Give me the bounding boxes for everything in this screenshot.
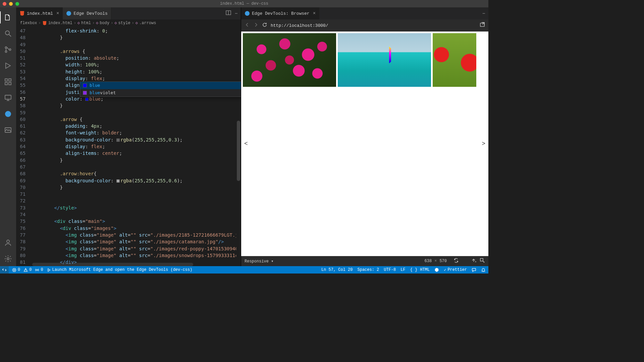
run-debug-icon[interactable] xyxy=(0,58,16,73)
breadcrumb-item[interactable]: ◇.arrows xyxy=(136,20,156,25)
breadcrumb-item[interactable]: ◇style xyxy=(114,20,130,25)
autocomplete-item[interactable]: blue › xyxy=(80,82,241,89)
extensions-icon[interactable] xyxy=(0,74,16,89)
svg-rect-20 xyxy=(480,23,484,26)
editor-tabs: index.html × Edge DevTools ⋯ xyxy=(16,7,241,19)
autocomplete-item[interactable]: blueviolet xyxy=(80,89,241,97)
svg-point-14 xyxy=(7,240,9,243)
more-actions-icon[interactable]: ⋯ xyxy=(483,11,485,16)
browser-toolbar: http://localhost:3000/ xyxy=(241,19,488,32)
errors-count[interactable]: 0 xyxy=(12,267,20,272)
svg-point-2 xyxy=(5,47,7,49)
eol[interactable]: LF xyxy=(400,267,405,272)
minimize-window-button[interactable] xyxy=(9,2,13,6)
close-icon[interactable]: × xyxy=(56,11,59,16)
inspect-icon[interactable] xyxy=(480,258,485,264)
tab-index-html[interactable]: index.html × xyxy=(16,7,63,19)
close-window-button[interactable] xyxy=(3,2,6,6)
more-actions-icon[interactable]: ⋯ xyxy=(235,11,237,16)
remote-explorer-icon[interactable] xyxy=(0,90,16,105)
svg-rect-21 xyxy=(480,258,483,261)
open-external-icon[interactable] xyxy=(480,22,485,29)
language-mode[interactable]: { }HTML xyxy=(410,267,430,272)
reload-button[interactable] xyxy=(262,22,267,29)
activity-bar xyxy=(0,7,16,266)
source-control-icon[interactable] xyxy=(0,42,16,57)
viewport-height[interactable]: 570 xyxy=(439,259,447,263)
edge-tools-icon[interactable] xyxy=(0,107,16,121)
code-editor[interactable]: 4748495051525354555657585960616263646566… xyxy=(16,27,241,266)
explorer-icon[interactable] xyxy=(0,10,16,25)
color-swatch-icon xyxy=(83,83,87,87)
tab-devtools-browser[interactable]: Edge DevTools: Browser × xyxy=(241,7,319,19)
window-titlebar: index.html — dev-css xyxy=(0,0,488,7)
svg-point-19 xyxy=(245,11,250,16)
times-icon: × xyxy=(434,259,437,263)
code-lines[interactable]: flex-shrink: 0; } .arrows { position: ab… xyxy=(32,27,241,266)
breadcrumb-item[interactable]: flexbox xyxy=(20,21,37,25)
search-icon[interactable] xyxy=(0,26,16,41)
device-mode-select[interactable]: Responsive ▾ xyxy=(245,259,273,264)
zoom-window-button[interactable] xyxy=(15,2,19,6)
bell-icon[interactable] xyxy=(481,267,486,272)
svg-rect-5 xyxy=(5,79,7,81)
minimap[interactable] xyxy=(236,27,241,266)
preview-image-row xyxy=(241,32,488,88)
tab-edge-devtools[interactable]: Edge DevTools xyxy=(63,7,111,19)
editor-group: index.html × Edge DevTools ⋯ flexbox› in… xyxy=(16,7,241,266)
close-icon[interactable]: × xyxy=(313,11,316,16)
encoding[interactable]: UTF-8 xyxy=(384,267,396,272)
carousel-next-button[interactable]: > xyxy=(480,140,487,148)
svg-point-0 xyxy=(5,31,9,35)
url-bar[interactable]: http://localhost:3000/ xyxy=(271,23,476,28)
svg-rect-7 xyxy=(9,82,11,85)
prettier-indicator[interactable]: ✓ Prettier xyxy=(444,267,467,273)
main-layout: index.html × Edge DevTools ⋯ flexbox› in… xyxy=(0,7,488,266)
feedback-icon[interactable] xyxy=(472,267,476,272)
traffic-lights xyxy=(3,2,19,6)
gallery-icon[interactable] xyxy=(0,123,16,137)
warnings-count[interactable]: 0 xyxy=(23,267,32,272)
devtools-tabs: Edge DevTools: Browser × ⋯ xyxy=(241,7,488,19)
viewport-width[interactable]: 638 xyxy=(425,259,432,263)
screenshot-icon[interactable] xyxy=(472,258,477,264)
svg-rect-6 xyxy=(5,82,7,85)
forward-button[interactable] xyxy=(253,22,259,29)
back-button[interactable] xyxy=(245,22,250,29)
horizontal-scrollbar[interactable] xyxy=(32,263,193,266)
tab-label: index.html xyxy=(27,11,53,16)
indentation[interactable]: Spaces: 2 xyxy=(358,267,379,272)
svg-point-12 xyxy=(5,111,11,117)
split-editor-icon[interactable] xyxy=(226,10,231,17)
breadcrumbs[interactable]: flexbox› index.html› ◇html› ◇body› ◇styl… xyxy=(16,19,241,27)
remote-indicator[interactable] xyxy=(0,266,9,274)
eslint-indicator[interactable] xyxy=(434,267,439,272)
chevron-right-icon[interactable]: › xyxy=(240,82,241,89)
rotate-icon[interactable] xyxy=(453,258,459,264)
tab-label: Edge DevTools xyxy=(73,11,107,16)
window-title: index.html — dev-css xyxy=(220,1,268,6)
cursor-position[interactable]: Ln 57, Col 20 xyxy=(321,267,353,272)
account-icon[interactable] xyxy=(0,235,16,250)
device-toolbar: Responsive ▾ 638 × 570 xyxy=(241,256,488,266)
breadcrumb-item[interactable]: index.html xyxy=(42,21,72,25)
port-indicator[interactable]: 0 xyxy=(35,267,43,272)
status-bar: 0 0 0 Launch Microsoft Edge and open the… xyxy=(0,266,488,274)
tab-label: Edge DevTools: Browser xyxy=(252,11,310,16)
editor-actions: ⋯ xyxy=(226,7,241,19)
svg-rect-9 xyxy=(5,95,11,99)
browser-preview[interactable]: < > xyxy=(241,32,488,256)
edge-icon xyxy=(66,11,71,16)
breadcrumb-item[interactable]: ◇body xyxy=(96,20,109,25)
preview-image xyxy=(338,33,431,87)
minimap-thumb[interactable] xyxy=(237,121,240,181)
preview-image xyxy=(243,33,336,87)
line-number-gutter: 4748495051525354555657585960616263646566… xyxy=(16,27,32,266)
svg-line-1 xyxy=(9,35,11,37)
breadcrumb-item[interactable]: ◇html xyxy=(77,20,91,25)
svg-point-26 xyxy=(37,269,38,270)
launch-edge-button[interactable]: Launch Microsoft Edge and open the Edge … xyxy=(47,267,193,272)
settings-gear-icon[interactable] xyxy=(0,251,16,266)
carousel-prev-button[interactable]: < xyxy=(243,140,249,148)
autocomplete-popup[interactable]: blue › blueviolet xyxy=(80,81,241,97)
